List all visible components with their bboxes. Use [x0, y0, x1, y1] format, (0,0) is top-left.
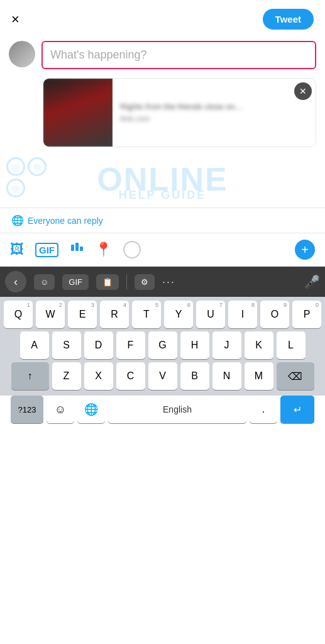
- key-n[interactable]: N: [212, 362, 241, 390]
- keyboard-emoji-button[interactable]: ☺: [34, 274, 55, 290]
- gif-icon[interactable]: GIF: [35, 243, 58, 257]
- key-shift[interactable]: ↑: [11, 362, 49, 390]
- key-return[interactable]: ↵: [280, 396, 314, 423]
- gear-icon: ⚙: [141, 277, 148, 287]
- keyboard-back-button[interactable]: ‹: [5, 271, 26, 292]
- location-icon[interactable]: 📍: [95, 242, 112, 258]
- svg-rect-0: [71, 245, 74, 251]
- key-f[interactable]: F: [116, 331, 145, 359]
- keyboard-bottom-row: ?123 ☺ 🌐 English . ↵: [0, 396, 325, 428]
- key-c[interactable]: C: [116, 362, 145, 390]
- compose-area: What's happening?: [0, 36, 325, 74]
- key-t[interactable]: T5: [132, 301, 161, 328]
- tweet-input-box[interactable]: What's happening?: [41, 41, 316, 69]
- link-preview-card: Rights from the friends close on… tlink.…: [43, 78, 316, 147]
- globe-icon: 🌐: [11, 214, 24, 226]
- mic-icon[interactable]: 🎤: [304, 274, 320, 289]
- tweet-button[interactable]: Tweet: [263, 9, 314, 30]
- key-x[interactable]: X: [84, 362, 113, 390]
- reply-label: Everyone can reply: [28, 216, 103, 226]
- compose-toolbar: 🖼 GIF 📍 +: [0, 233, 325, 267]
- watermark-area: ◎ ◎ ◎ ONLINE HELP GUIDE: [0, 151, 325, 208]
- key-o[interactable]: O9: [260, 301, 289, 328]
- key-globe[interactable]: 🌐: [77, 396, 105, 423]
- keyboard-settings-button[interactable]: ⚙: [135, 274, 155, 290]
- image-icon[interactable]: 🖼: [10, 242, 24, 258]
- link-thumbnail: [43, 79, 113, 147]
- keyboard-row-1: Q1 W2 E3 R4 T5 Y6 U7 I8 O9 P0: [3, 301, 322, 328]
- keyboard-keys: Q1 W2 E3 R4 T5 Y6 U7 I8 O9 P0 A S D F G …: [0, 297, 325, 396]
- circle-indicator: [123, 241, 141, 258]
- watermark-icons: ◎ ◎ ◎: [6, 157, 47, 197]
- clipboard-icon: 📋: [102, 277, 113, 287]
- top-bar: × Tweet: [0, 0, 325, 36]
- key-v[interactable]: V: [148, 362, 177, 390]
- reply-row[interactable]: 🌐 Everyone can reply: [0, 208, 325, 233]
- key-z[interactable]: Z: [52, 362, 81, 390]
- key-a[interactable]: A: [20, 331, 49, 359]
- link-info: Rights from the friends close on… tlink.…: [113, 79, 316, 147]
- key-h[interactable]: H: [180, 331, 209, 359]
- emoji-face-icon: ☺: [40, 277, 48, 287]
- avatar: [9, 41, 35, 67]
- key-d[interactable]: D: [84, 331, 113, 359]
- key-g[interactable]: G: [148, 331, 177, 359]
- link-url: tlink.com: [120, 114, 308, 123]
- link-title: Rights from the friends close on…: [120, 102, 308, 113]
- svg-rect-2: [80, 247, 83, 251]
- key-j[interactable]: J: [212, 331, 241, 359]
- key-period[interactable]: .: [250, 396, 277, 423]
- keyboard-toolbar: ‹ ☺ GIF 📋 ⚙ ··· 🎤: [0, 267, 325, 297]
- key-emoji[interactable]: ☺: [47, 396, 74, 423]
- key-e[interactable]: E3: [68, 301, 97, 328]
- key-r[interactable]: R4: [100, 301, 129, 328]
- poll-icon[interactable]: [70, 241, 84, 258]
- key-y[interactable]: Y6: [164, 301, 193, 328]
- key-q[interactable]: Q1: [4, 301, 33, 328]
- key-l[interactable]: L: [277, 331, 306, 359]
- key-m[interactable]: M: [245, 362, 273, 390]
- keyboard-clipboard-button[interactable]: 📋: [96, 274, 119, 290]
- keyboard-row-3: ↑ Z X C V B N M ⌫: [3, 362, 322, 390]
- key-k[interactable]: K: [245, 331, 273, 359]
- tweet-placeholder: What's happening?: [50, 48, 147, 61]
- key-w[interactable]: W2: [36, 301, 65, 328]
- add-icon[interactable]: +: [295, 240, 315, 260]
- watermark-sub: HELP GUIDE: [119, 189, 207, 202]
- key-i[interactable]: I8: [228, 301, 257, 328]
- keyboard-more-button[interactable]: ···: [162, 275, 175, 289]
- keyboard-row-2: A S D F G H J K L: [3, 331, 322, 359]
- key-s[interactable]: S: [52, 331, 81, 359]
- svg-rect-1: [75, 243, 79, 251]
- link-close-button[interactable]: ✕: [294, 82, 312, 100]
- key-b[interactable]: B: [180, 362, 209, 390]
- key-p[interactable]: P0: [292, 301, 321, 328]
- keyboard-gif-button[interactable]: GIF: [62, 274, 89, 290]
- key-special[interactable]: ?123: [11, 396, 43, 423]
- key-space[interactable]: English: [108, 396, 246, 423]
- close-button[interactable]: ×: [11, 13, 19, 26]
- key-delete[interactable]: ⌫: [277, 362, 314, 390]
- key-u[interactable]: U7: [196, 301, 225, 328]
